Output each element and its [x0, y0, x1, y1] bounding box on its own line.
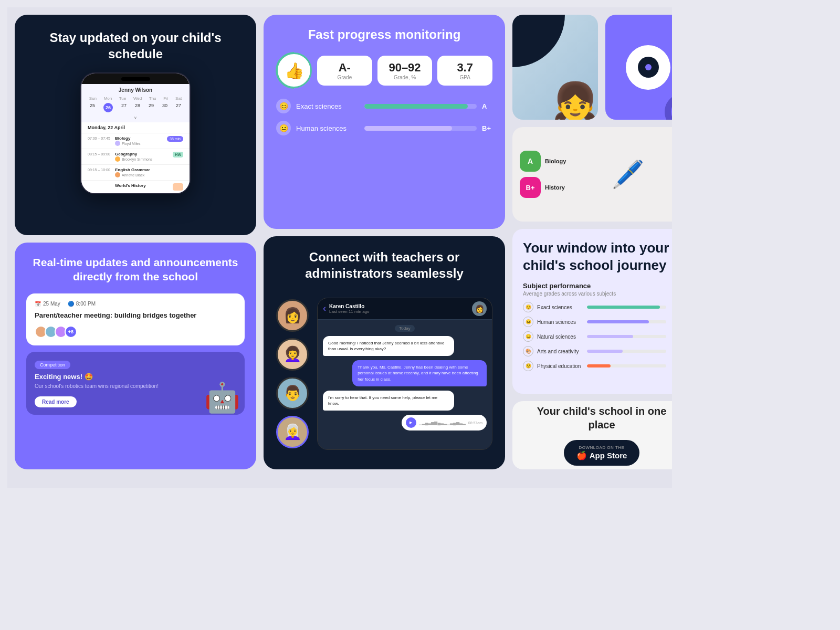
- top-row-cards: 👧: [512, 15, 672, 120]
- exact-sciences-label: Exact sciences: [296, 102, 359, 110]
- subject-bar-2: 😐 Human sciences B+: [276, 121, 492, 135]
- corner-arc: [512, 15, 565, 67]
- progress-title: Fast progress monitoring: [276, 27, 492, 42]
- read-more-button[interactable]: Read more: [35, 396, 77, 407]
- perf-title: Subject performance: [523, 282, 672, 290]
- clock-icon: 🔵: [68, 301, 74, 307]
- range-label: Grade, %: [382, 75, 428, 80]
- phone-class-4: World's History: [81, 181, 190, 193]
- ann-avatars: +8: [35, 326, 236, 338]
- pe-perf-bar-track: [587, 364, 666, 368]
- arts-perf-bar-fill: [587, 350, 623, 353]
- exact-perf-icon: 😊: [523, 302, 533, 312]
- range-value: 90–92: [382, 61, 428, 75]
- appstore-button[interactable]: DOWNLOAD ON THE 🍎 App Store: [564, 440, 640, 466]
- exact-sciences-bar-fill: [364, 104, 468, 109]
- connect-title: Connect with teachers or administrators …: [276, 249, 492, 281]
- calendar-icon: 📅: [35, 301, 41, 307]
- ann-title: Parent/teacher meeting: building bridges…: [35, 311, 236, 320]
- exact-sciences-bar-track: [364, 104, 477, 109]
- ann-count: +8: [65, 326, 77, 338]
- chat-back-icon[interactable]: ‹: [323, 303, 326, 314]
- pe-perf-icon: 😟: [523, 361, 533, 371]
- window-text-card: Your window into your child's school jou…: [512, 229, 672, 394]
- voice-waveform: ▁▂▄▃▅▆▄▃▂▁▃▄▅▃▂: [419, 421, 466, 425]
- progress-stats: 👍 A- Grade 90–92 Grade, % 3.7 GPA: [276, 52, 492, 88]
- phone-calendar-days: SunMonTueWedThuFriSat: [81, 95, 190, 102]
- perf-row-exact: 😊 Exact sciences A: [523, 302, 672, 312]
- ann-meta: 📅 25 May 🔵 8:00 PM: [35, 301, 236, 307]
- teacher-avatar-1: 👩: [276, 299, 309, 332]
- chat-messages: Today Good morning! I noticed that Jenny…: [318, 320, 492, 449]
- eye-pupil-dot: [645, 64, 652, 70]
- human-sciences-bar-track: [364, 126, 477, 131]
- voice-play-button[interactable]: ▶: [406, 417, 416, 428]
- gpa-stat-box: 3.7 GPA: [437, 56, 492, 86]
- gpa-value: 3.7: [442, 61, 488, 75]
- exact-perf-label: Exact sciences: [537, 304, 583, 310]
- voice-duration: 08:57am: [468, 421, 482, 425]
- stationery-art: 🖊️: [572, 159, 672, 190]
- human-perf-bar-fill: [587, 320, 649, 323]
- grade-stat-box: A- Grade: [317, 56, 372, 86]
- exact-perf-bar-fill: [587, 306, 660, 309]
- chat-message-1: Good morning! I noticed that Jenny seeme…: [323, 336, 454, 356]
- news-card: Competition Exciting news! 🤩 Our school'…: [26, 352, 245, 415]
- child-photo: 👧: [552, 83, 598, 120]
- perf-row-natural: 😑 Natural sciences C+: [523, 331, 672, 342]
- perf-subtitle: Average grades across various subjects: [523, 291, 672, 297]
- grade-value: A-: [321, 61, 368, 75]
- arts-perf-bar-track: [587, 350, 666, 353]
- news-desc: Our school's robotics team wins regional…: [35, 383, 166, 390]
- progress-avatar: 👍: [276, 52, 312, 88]
- grade-label: Grade: [321, 75, 368, 80]
- phone-calendar-dates: 25 26 2728293027: [81, 102, 190, 116]
- oneplace-title: Your child's school in one place: [523, 404, 672, 432]
- human-sciences-label: Human sciences: [296, 124, 359, 132]
- natural-perf-label: Natural sciences: [537, 334, 583, 340]
- exact-sciences-icon: 😊: [276, 99, 291, 113]
- teacher-avatar-4: 👩‍🦳: [276, 416, 309, 448]
- human-sciences-icon: 😐: [276, 121, 291, 135]
- perf-row-arts: 🎨 Arts and creativity C-: [523, 346, 672, 356]
- phone-mockup: Jenny Wilson SunMonTueWedThuFriSat 25 26…: [80, 72, 191, 194]
- phone-notch: [81, 74, 190, 84]
- human-sciences-bar-fill: [364, 126, 452, 131]
- chat-contact-avatar: 👩: [472, 301, 487, 316]
- window-title: Your window into your child's school jou…: [523, 239, 672, 274]
- eye-outer-circle: [626, 45, 670, 90]
- photo-card: 👧: [512, 15, 598, 120]
- chat-contact-status: Last seen 11 min ago: [329, 309, 469, 314]
- phone-class-1: 07:00 – 07:45 Biology Floyd Miles 35 min: [81, 133, 190, 149]
- arts-perf-grade: C-: [670, 349, 672, 354]
- arts-perf-label: Arts and creativity: [537, 349, 583, 354]
- eye-arc-decoration: [665, 93, 672, 120]
- pe-perf-label: Physical education: [537, 363, 583, 369]
- perf-row-human: 😐 Human sciences B+: [523, 317, 672, 327]
- exact-sciences-grade: A: [482, 102, 492, 110]
- phone-class-3: 09:15 – 10:00 English Grammar Annette Bl…: [81, 165, 190, 181]
- connect-card: Connect with teachers or administrators …: [264, 236, 505, 469]
- natural-perf-bar-track: [587, 335, 666, 338]
- phone-class-2: 08:15 – 09:00 Geography Brooklyn Simmons…: [81, 149, 190, 165]
- connect-content: 👩 👩‍🦱 👨 👩‍🦳 ‹: [276, 291, 492, 456]
- exact-perf-grade: A: [670, 304, 672, 310]
- human-perf-grade: B+: [670, 319, 672, 325]
- exact-perf-bar-track: [587, 306, 666, 309]
- biology-grade-badge: A: [520, 151, 541, 172]
- subject-bar-1: 😊 Exact sciences A: [276, 99, 492, 113]
- appstore-sublabel: DOWNLOAD ON THE: [579, 445, 625, 450]
- progress-card: Fast progress monitoring 👍 A- Grade 90–9…: [264, 15, 505, 229]
- history-grade-badge: B+: [520, 177, 541, 198]
- perf-row-pe: 😟 Physical education D+: [523, 361, 672, 371]
- chat-voice-message: ▶ ▁▂▄▃▅▆▄▃▂▁▃▄▅▃▂ 08:57am: [402, 415, 487, 430]
- ann-time: 🔵 8:00 PM: [68, 301, 96, 307]
- teacher-avatar-3: 👨: [276, 377, 309, 410]
- eye-inner-circle: [638, 57, 659, 78]
- human-sciences-grade: B+: [482, 124, 492, 132]
- announcement-card: 📅 25 May 🔵 8:00 PM Parent/teacher meetin…: [26, 293, 245, 345]
- apple-icon: 🍎: [576, 450, 587, 460]
- human-perf-label: Human sciences: [537, 319, 583, 325]
- biology-label: Biology: [545, 158, 566, 164]
- chat-message-2: Thank you, Ms. Castillo. Jenny has been …: [352, 360, 487, 386]
